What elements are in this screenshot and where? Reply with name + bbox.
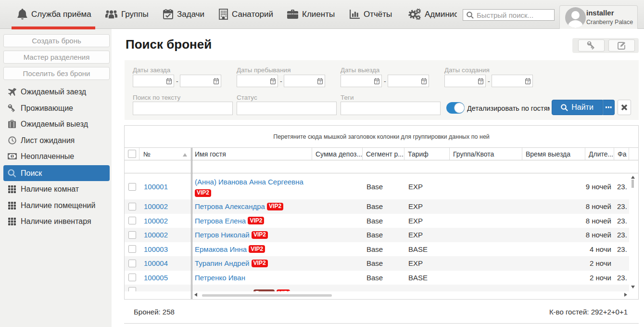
svg-text:7: 7 bbox=[272, 80, 274, 84]
svg-text:7: 7 bbox=[376, 80, 378, 84]
svg-text:7: 7 bbox=[527, 80, 529, 84]
svg-text:1: 1 bbox=[11, 155, 13, 158]
svg-text:7: 7 bbox=[215, 80, 217, 84]
svg-text:7: 7 bbox=[480, 80, 482, 84]
svg-text:7: 7 bbox=[319, 80, 321, 84]
svg-text:7: 7 bbox=[168, 80, 170, 84]
svg-text:7: 7 bbox=[423, 80, 425, 84]
